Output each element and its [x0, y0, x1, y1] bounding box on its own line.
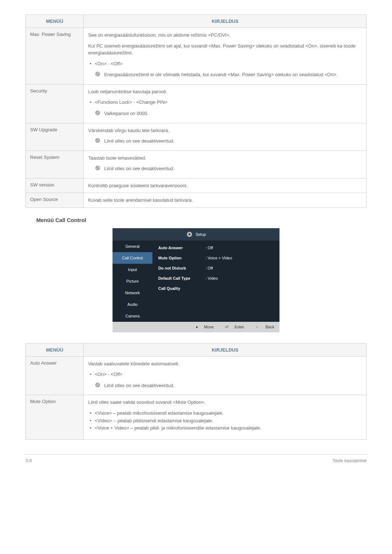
setup-footer: ♦ Move ⏎ Enter ← Back [113, 322, 279, 332]
sidebar-item-audio[interactable]: Audio [113, 299, 152, 310]
menu-desc: See on energiasäästufunktsioon, mis on a… [84, 28, 367, 85]
note: Liinil olles on see desaktiveeritud. [88, 382, 362, 389]
desc-text: Loob neljanumbrilise kasutaja parooli. [88, 88, 362, 95]
setup-option[interactable]: Auto Answer: Off [157, 243, 275, 253]
bullet-item: <Functions Lock> - <Change PIN> [95, 99, 362, 106]
note-icon [95, 138, 101, 143]
footer-move: ♦ Move [191, 325, 214, 329]
note-text: Liinil olles on see desaktiveeritud. [104, 382, 175, 389]
footer-back: ← Back [250, 325, 274, 329]
menu-desc: Loob neljanumbrilise kasutaja parooli. <… [84, 84, 367, 123]
setup-option[interactable]: Default Call Type: Video [157, 273, 275, 283]
th-desc: KIRJELDUS [84, 15, 367, 28]
option-value: : Off [205, 266, 274, 270]
back-icon: ← [255, 325, 259, 329]
desc-text: Kontrollib praeguse süsteemi tarkvaraver… [88, 182, 362, 189]
note: Liinil olles on see desaktiveeritud. [88, 138, 362, 145]
th-desc: KIRJELDUS [84, 343, 367, 356]
menu-desc: Liinil olles saate valida soovitud suvan… [84, 395, 367, 440]
table-row: Open Source Kuvab selle toote arendamise… [26, 193, 367, 208]
menu-desc: Taastab toote tehasesätted. Liinil olles… [84, 151, 367, 178]
th-menu: MENÜÜ [26, 15, 84, 28]
menu-name: Max. Power Saving [26, 28, 84, 85]
table-row: Max. Power Saving See on energiasäästufu… [26, 28, 367, 85]
desc-text: Kuvab selle toote arendamisel kasutatud … [88, 197, 362, 204]
bullet-item: <On> - <Off> [95, 371, 362, 378]
menu-desc: Vastab saabuvatele kõnedele automaatselt… [84, 356, 367, 395]
option-label: Do not Disturb [158, 266, 205, 270]
menu-name: Reset System [26, 151, 84, 178]
gear-icon [186, 231, 193, 238]
setup-panel: Setup General Call Control Input Picture… [113, 228, 279, 332]
note-text: Liinil olles on see desaktiveeritud. [104, 138, 175, 145]
enter-icon: ⏎ [225, 325, 228, 329]
table-row: SW Upgrade Värskendab võrgu kaudu teie t… [26, 123, 367, 151]
setup-option[interactable]: Call Quality [157, 283, 275, 294]
bullet-item: <Voice + Video> – peatab pildi- ja mikro… [95, 424, 362, 432]
table-row: Auto Answer Vastab saabuvatele kõnedele … [26, 356, 367, 395]
sidebar-item-camera[interactable]: Camera [113, 310, 152, 322]
note-icon [95, 71, 101, 77]
note-text: Vaikeparool on 0000. [104, 110, 148, 117]
menu-desc: Kontrollib praeguse süsteemi tarkvaraver… [84, 178, 367, 193]
sidebar-item-call-control[interactable]: Call Control [113, 252, 152, 264]
menu-name: Auto Answer [26, 356, 84, 395]
sidebar-item-input[interactable]: Input [113, 264, 152, 275]
note: Liinil olles on see desaktiveeritud. [88, 165, 362, 172]
bullet-item: <Video> – peatab pildisisendi edastamise… [95, 417, 362, 425]
note: Energiasäästurežiimil ei ole võimalik he… [88, 71, 362, 78]
section-title: Menüü Call Control [36, 217, 367, 223]
desc-text: Vastab saabuvatele kõnedele automaatselt… [88, 360, 362, 368]
footer-enter: ⏎ Enter [220, 325, 244, 329]
setup-option[interactable]: Mute Option: Voice + Video [157, 253, 275, 263]
sidebar-item-network[interactable]: Network [113, 287, 152, 299]
menu-desc: Värskendab võrgu kaudu teie tarkvara. Li… [84, 123, 367, 151]
option-label: Default Call Type [158, 276, 205, 280]
menu-name: Mute Option [26, 395, 84, 440]
setup-sidebar: General Call Control Input Picture Netwo… [113, 241, 152, 322]
table-row: Mute Option Liinil olles saate valida so… [26, 395, 367, 440]
menu-name: Open Source [26, 193, 84, 208]
option-label: Mute Option [158, 256, 205, 260]
page-number: 3-8 [25, 458, 32, 463]
sidebar-item-picture[interactable]: Picture [113, 275, 152, 287]
desc-text: Taastab toote tehasesätted. [88, 155, 362, 162]
footer-title: Toote kasutamine [332, 458, 367, 463]
menu-name: SW version [26, 178, 84, 193]
option-value: : Voice + Video [205, 256, 274, 260]
table-row: Security Loob neljanumbrilise kasutaja p… [26, 84, 367, 123]
note-text: Energiasäästurežiimil ei ole võimalik he… [104, 71, 338, 78]
desc-text: Liinil olles saate valida soovitud suvan… [88, 399, 362, 406]
menu-name: SW Upgrade [26, 123, 84, 151]
sidebar-item-general[interactable]: General [113, 241, 152, 252]
table-row: SW version Kontrollib praeguse süsteemi … [26, 178, 367, 193]
note-text: Liinil olles on see desaktiveeritud. [104, 165, 175, 172]
option-value: : Video [205, 276, 274, 280]
note-icon [95, 165, 101, 171]
menu-name: Security [26, 84, 84, 123]
setup-title: Setup [196, 232, 206, 237]
menu-table-2: MENÜÜ KIRJELDUS Auto Answer Vastab saabu… [25, 343, 367, 440]
menu-table-1: MENÜÜ KIRJELDUS Max. Power Saving See on… [25, 15, 367, 208]
option-label: Call Quality [158, 286, 205, 291]
desc-text: Värskendab võrgu kaudu teie tarkvara. [88, 127, 362, 134]
page-footer: 3-8 Toote kasutamine [25, 454, 367, 463]
bullet-item: <Voice> – peatab mikrofonisisendi edasta… [95, 410, 362, 417]
note-icon [95, 110, 101, 116]
note: Vaikeparool on 0000. [88, 110, 362, 117]
option-value: : Off [205, 246, 274, 250]
updown-icon: ♦ [196, 325, 198, 329]
setup-option[interactable]: Do not Disturb: Off [157, 263, 275, 273]
setup-content: Auto Answer: Off Mute Option: Voice + Vi… [152, 241, 279, 322]
bullet-item: <On> - <Off> [95, 60, 362, 68]
desc-text: See on energiasäästufunktsioon, mis on a… [88, 32, 362, 39]
option-value [205, 286, 274, 291]
menu-desc: Kuvab selle toote arendamisel kasutatud … [84, 193, 367, 208]
note-icon [95, 382, 101, 388]
option-label: Auto Answer [158, 246, 205, 250]
desc-text: Kui PC siseneb energiasäästurežiimi sel … [88, 42, 362, 57]
th-menu: MENÜÜ [26, 343, 84, 356]
table-row: Reset System Taastab toote tehasesätted.… [26, 151, 367, 178]
setup-header: Setup [113, 228, 279, 241]
